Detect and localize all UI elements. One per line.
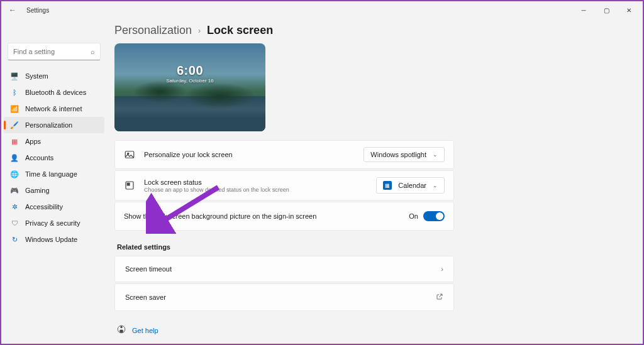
image-icon xyxy=(124,149,135,160)
nav-label: Accounts xyxy=(25,154,53,162)
widget-icon xyxy=(124,180,135,191)
nav-icon: 🖥️ xyxy=(10,72,19,80)
breadcrumb: Personalization › Lock screen xyxy=(114,24,454,37)
chevron-down-icon: ⌄ xyxy=(433,182,438,189)
personalize-lock-screen-row[interactable]: Personalize your lock screen Windows spo… xyxy=(114,140,454,169)
nav-label: Network & internet xyxy=(25,105,82,112)
svg-point-6 xyxy=(119,330,123,333)
sidebar-item-bluetooth-devices[interactable]: ᛒBluetooth & devices xyxy=(4,84,104,101)
nav-icon: ▦ xyxy=(10,137,19,146)
personalize-title: Personalize your lock screen xyxy=(144,151,233,158)
nav-label: Bluetooth & devices xyxy=(25,89,86,96)
search-input[interactable]: ⌕ xyxy=(8,43,101,60)
screen-timeout-row[interactable]: Screen timeout › xyxy=(114,256,454,282)
preview-time: 6:00 xyxy=(114,63,265,78)
preview-date: Saturday, October 16 xyxy=(114,78,265,84)
toggle-label: On xyxy=(409,212,418,220)
help-icon xyxy=(117,325,126,336)
nav-icon: 📶 xyxy=(10,104,19,113)
screen-timeout-label: Screen timeout xyxy=(125,265,172,273)
nav-icon: 🛡 xyxy=(10,219,19,227)
screen-saver-row[interactable]: Screen saver xyxy=(114,283,454,311)
close-button[interactable]: ✕ xyxy=(618,2,640,18)
sidebar-item-privacy-security[interactable]: 🛡Privacy & security xyxy=(4,215,104,231)
sidebar-item-windows-update[interactable]: ↻Windows Update xyxy=(4,231,104,248)
personalize-value: Windows spotlight xyxy=(370,151,426,158)
sidebar-item-personalization[interactable]: 🖌️Personalization xyxy=(4,117,104,133)
status-value: Calendar xyxy=(398,182,426,189)
sidebar-item-time-language[interactable]: 🌐Time & language xyxy=(4,166,104,182)
svg-rect-3 xyxy=(127,183,130,185)
main-content: Personalization › Lock screen 6:00 Satur… xyxy=(107,19,643,344)
status-dropdown[interactable]: ▦ Calendar ⌄ xyxy=(376,177,445,194)
nav-label: Apps xyxy=(25,138,41,145)
nav-icon: 🖌️ xyxy=(10,121,19,129)
nav-icon: ✲ xyxy=(10,202,19,211)
sidebar-item-apps[interactable]: ▦Apps xyxy=(4,133,104,150)
signin-background-row: Show the lock screen background picture … xyxy=(114,202,454,231)
help-row: Get help xyxy=(114,325,454,336)
nav-icon: 🎮 xyxy=(10,186,19,195)
sidebar-item-gaming[interactable]: 🎮Gaming xyxy=(4,182,104,199)
nav-label: Accessibility xyxy=(25,203,63,211)
nav-list: 🖥️SystemᛒBluetooth & devices📶Network & i… xyxy=(4,68,104,248)
chevron-right-icon: › xyxy=(441,265,443,273)
sidebar: ⌕ 🖥️SystemᛒBluetooth & devices📶Network &… xyxy=(1,19,107,344)
window-title: Settings xyxy=(26,7,49,14)
search-field[interactable] xyxy=(13,48,82,55)
sidebar-item-accessibility[interactable]: ✲Accessibility xyxy=(4,199,104,215)
lock-screen-status-row[interactable]: Lock screen status Choose an app to show… xyxy=(114,170,454,200)
status-sub: Choose an app to show detailed status on… xyxy=(144,187,289,193)
nav-label: Personalization xyxy=(25,121,72,129)
minimize-button[interactable]: ─ xyxy=(572,2,595,18)
search-icon: ⌕ xyxy=(91,48,95,55)
nav-label: Windows Update xyxy=(25,236,77,243)
screen-saver-label: Screen saver xyxy=(125,293,166,301)
chevron-down-icon: ⌄ xyxy=(433,151,438,158)
nav-icon: 🌐 xyxy=(10,170,19,178)
nav-label: Gaming xyxy=(25,187,50,194)
back-button[interactable]: ← xyxy=(6,3,19,17)
nav-icon: ᛒ xyxy=(10,88,19,97)
nav-label: Privacy & security xyxy=(25,219,80,227)
page-title: Lock screen xyxy=(207,24,273,37)
nav-icon: 👤 xyxy=(10,153,19,162)
related-heading: Related settings xyxy=(117,243,454,251)
signin-title: Show the lock screen background picture … xyxy=(124,212,316,220)
breadcrumb-parent[interactable]: Personalization xyxy=(114,24,192,37)
external-link-icon xyxy=(436,293,443,302)
sidebar-item-network-internet[interactable]: 📶Network & internet xyxy=(4,101,104,117)
sidebar-item-system[interactable]: 🖥️System xyxy=(4,68,104,84)
status-title: Lock screen status xyxy=(144,178,289,186)
titlebar: ← Settings ─ ▢ ✕ xyxy=(1,1,643,19)
signin-toggle[interactable] xyxy=(423,211,445,221)
sidebar-item-accounts[interactable]: 👤Accounts xyxy=(4,150,104,166)
chevron-right-icon: › xyxy=(198,26,201,35)
svg-point-5 xyxy=(120,326,123,329)
nav-label: System xyxy=(25,72,48,80)
maximize-button[interactable]: ▢ xyxy=(595,2,618,18)
nav-icon: ↻ xyxy=(10,235,19,244)
get-help-link[interactable]: Get help xyxy=(132,327,158,334)
calendar-icon: ▦ xyxy=(383,181,392,190)
nav-label: Time & language xyxy=(25,170,77,178)
lock-screen-preview[interactable]: 6:00 Saturday, October 16 xyxy=(114,43,265,131)
personalize-dropdown[interactable]: Windows spotlight ⌄ xyxy=(364,147,445,162)
